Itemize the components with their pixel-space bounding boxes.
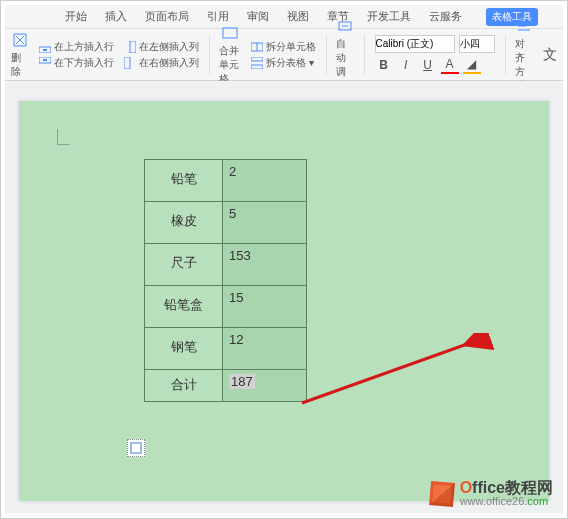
svg-rect-10 [251,57,263,61]
tab-cloud[interactable]: 云服务 [429,9,462,24]
toolbar: 删除 在上方插入行 在下方插入行 在左侧插入列 在右侧插入列 合并单元格 拆分单… [5,29,563,81]
watermark-title: Office教程网 [460,480,553,496]
paragraph-mark [57,129,69,145]
tab-page-layout[interactable]: 页面布局 [145,9,189,24]
split-cell[interactable]: 拆分单元格 [251,40,316,54]
document-canvas: 铅笔2 橡皮5 尺子153 铅笔盒15 钢笔12 合计187 Office教程网… [5,81,563,513]
tab-developer[interactable]: 开发工具 [367,9,411,24]
cell-name[interactable]: 钢笔 [145,328,223,370]
bold-button[interactable]: B [375,56,393,74]
font-family-select[interactable] [375,35,455,53]
svg-line-16 [302,338,484,403]
total-value: 187 [229,374,255,389]
insert-row-above[interactable]: 在上方插入行 [39,40,114,54]
insert-row-below[interactable]: 在下方插入行 [39,56,114,70]
insert-col-right[interactable]: 在右侧插入列 [124,56,199,70]
italic-button[interactable]: I [397,56,415,74]
cell-value[interactable]: 15 [223,286,307,328]
svg-rect-5 [130,41,136,53]
delete-icon [11,31,29,49]
tab-references[interactable]: 引用 [207,9,229,24]
tab-view[interactable]: 视图 [287,9,309,24]
table-row-total: 合计187 [145,370,307,402]
cell-name[interactable]: 橡皮 [145,202,223,244]
page[interactable]: 铅笔2 橡皮5 尺子153 铅笔盒15 钢笔12 合计187 [19,101,549,501]
watermark: Office教程网 www.office26.com [430,480,553,507]
merge-icon [221,24,239,42]
data-table[interactable]: 铅笔2 橡皮5 尺子153 铅笔盒15 钢笔12 合计187 [144,159,307,402]
svg-rect-11 [251,65,263,69]
merge-cells-button[interactable]: 合并单元格 [219,24,240,86]
text-direction[interactable]: 文 [543,46,557,64]
table-row: 铅笔2 [145,160,307,202]
split-table[interactable]: 拆分表格▾ [251,56,316,70]
cell-value[interactable]: 2 [223,160,307,202]
table-row: 钢笔12 [145,328,307,370]
svg-rect-7 [223,28,237,38]
cell-value[interactable]: 12 [223,328,307,370]
tab-insert[interactable]: 插入 [105,9,127,24]
table-row: 尺子153 [145,244,307,286]
annotation-arrow [294,333,494,433]
watermark-url: www.office26.com [460,496,553,507]
underline-button[interactable]: U [419,56,437,74]
insert-col-left[interactable]: 在左侧插入列 [124,40,199,54]
svg-rect-2 [43,49,47,51]
chevron-down-icon: ▾ [309,57,314,68]
highlight-button[interactable]: ◢ [463,56,481,74]
font-color-button[interactable]: A [441,56,459,74]
ribbon-tabs: 开始 插入 页面布局 引用 审阅 视图 章节 开发工具 云服务 表格工具 [5,5,563,29]
total-label[interactable]: 合计 [145,370,223,402]
page-options-button[interactable] [127,439,145,457]
svg-rect-4 [43,59,47,61]
svg-rect-6 [124,57,130,69]
office-logo-icon [429,480,455,506]
font-size-select[interactable] [459,35,495,53]
tab-review[interactable]: 审阅 [247,9,269,24]
total-cell[interactable]: 187 [223,370,307,402]
cell-name[interactable]: 铅笔盒 [145,286,223,328]
cell-name[interactable]: 铅笔 [145,160,223,202]
cell-value[interactable]: 153 [223,244,307,286]
autofit-icon [336,17,354,35]
delete-button[interactable]: 删除 [11,31,29,79]
table-row: 铅笔盒15 [145,286,307,328]
table-row: 橡皮5 [145,202,307,244]
cell-value[interactable]: 5 [223,202,307,244]
svg-rect-17 [131,443,141,453]
align-icon [515,17,533,35]
cell-name[interactable]: 尺子 [145,244,223,286]
tab-start[interactable]: 开始 [65,9,87,24]
